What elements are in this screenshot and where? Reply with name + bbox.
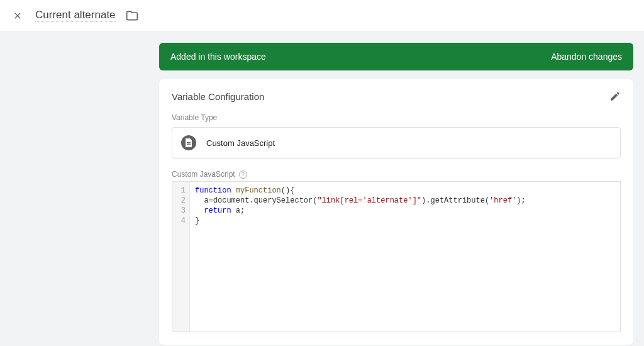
js-icon [181,135,196,150]
variable-config-card: Variable Configuration Variable Type Cus… [159,79,633,345]
svg-rect-0 [187,142,191,143]
variable-type-label: Variable Type [172,113,621,122]
banner-message: Added in this workspace [170,52,266,62]
code-editor[interactable]: 1 2 3 4 function myFunction(){ a=documen… [172,181,621,332]
workspace-banner: Added in this workspace Abandon changes [159,43,633,70]
close-icon[interactable] [10,8,25,23]
folder-icon[interactable] [126,9,138,22]
edit-icon[interactable] [609,91,621,102]
variable-type-value: Custom JavaScript [206,138,275,148]
page-body: Added in this workspace Abandon changes … [0,31,644,346]
topbar: Current alternate [0,0,644,31]
abandon-changes-button[interactable]: Abandon changes [551,52,622,62]
code-gutter: 1 2 3 4 [172,182,190,332]
code-field-label: Custom JavaScript [172,170,235,179]
card-title: Variable Configuration [172,91,264,102]
variable-type-selector[interactable]: Custom JavaScript [172,127,621,159]
code-area[interactable]: function myFunction(){ a=document.queryS… [190,182,531,332]
help-icon[interactable]: ? [239,170,247,179]
page-title[interactable]: Current alternate [35,9,116,22]
svg-rect-1 [187,144,191,145]
